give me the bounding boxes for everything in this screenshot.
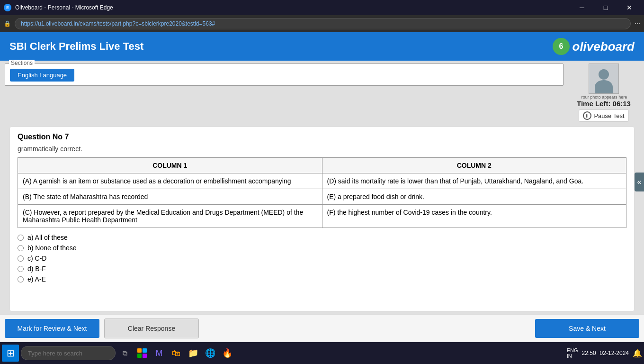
option-b: b) None of these bbox=[18, 244, 626, 252]
option-radio-a[interactable] bbox=[18, 235, 24, 241]
lock-icon: 🔒 bbox=[4, 20, 11, 27]
table-row: (A) A garnish is an item or substance us… bbox=[18, 173, 626, 189]
option-radio-c[interactable] bbox=[18, 255, 24, 262]
col1-cell-1: (B) The state of Maharashtra has recorde… bbox=[18, 189, 322, 205]
svg-rect-5 bbox=[143, 354, 147, 358]
browser-icon: E bbox=[4, 4, 11, 11]
avatar-body bbox=[595, 80, 613, 93]
settings-icon[interactable]: ⋯ bbox=[635, 20, 640, 27]
question-panel: Question No 7 grammatically correct. COL… bbox=[9, 127, 635, 311]
taskbar-search[interactable] bbox=[21, 346, 116, 360]
col1-cell-0: (A) A garnish is an item or substance us… bbox=[18, 173, 322, 189]
col2-header: COLUMN 2 bbox=[322, 158, 626, 173]
sections-box: Sections English Language bbox=[5, 64, 564, 86]
save-next-button[interactable]: Save & Next bbox=[535, 319, 639, 338]
maximize-button[interactable]: □ bbox=[595, 0, 617, 15]
timer-display: Time Left: 06:13 bbox=[577, 100, 631, 108]
language-indicator: ENGIN bbox=[567, 347, 578, 359]
pause-label: Pause Test bbox=[594, 112, 624, 119]
option-radio-b[interactable] bbox=[18, 245, 24, 251]
question-scroll: Question No 7 grammatically correct. COL… bbox=[18, 133, 626, 286]
taskbar-time: 22:50 bbox=[582, 350, 596, 356]
teams-icon[interactable]: M bbox=[152, 346, 167, 361]
bottom-bar: Mark for Review & Next Clear Response Sa… bbox=[0, 314, 644, 342]
url-bar[interactable]: https://u1.oliveboard.in/exams/tests/par… bbox=[15, 18, 631, 29]
minimize-button[interactable]: ─ bbox=[571, 0, 593, 15]
col2-cell-0: (D) said its mortality rate is lower tha… bbox=[322, 173, 626, 189]
question-number: Question No 7 bbox=[18, 133, 626, 141]
taskbar-date: 02-12-2024 bbox=[600, 350, 629, 356]
edge-icon[interactable]: 🌐 bbox=[203, 346, 218, 361]
pause-icon: ⏸ bbox=[583, 111, 591, 120]
section-english-btn[interactable]: English Language bbox=[10, 69, 74, 82]
col2-cell-1: (E) a prepared food dish or drink. bbox=[322, 189, 626, 205]
option-label-d[interactable]: d) B-F bbox=[27, 265, 46, 273]
svg-rect-2 bbox=[137, 348, 142, 353]
avatar-head bbox=[599, 69, 609, 80]
option-e: e) A-E bbox=[18, 275, 626, 283]
app-header: SBI Clerk Prelims Live Test 6 oliveboard bbox=[0, 32, 644, 61]
option-c: c) C-D bbox=[18, 255, 626, 262]
content-zone: Question No 7 grammatically correct. COL… bbox=[0, 125, 644, 311]
logo: 6 oliveboard bbox=[553, 38, 635, 55]
close-button[interactable]: ✕ bbox=[618, 0, 640, 15]
sections-label: Sections bbox=[9, 60, 35, 66]
notification-icon[interactable]: 🔔 bbox=[633, 349, 642, 358]
options-container: a) All of theseb) None of thesec) C-Dd) … bbox=[18, 234, 626, 283]
col1-header: COLUMN 1 bbox=[18, 158, 322, 173]
option-d: d) B-F bbox=[18, 265, 626, 273]
option-label-b[interactable]: b) None of these bbox=[27, 244, 77, 252]
taskview-icon[interactable]: ⧉ bbox=[117, 346, 133, 361]
logo-icon: 6 bbox=[553, 38, 570, 55]
taskbar-right: ENGIN 22:50 02-12-2024 🔔 bbox=[567, 347, 642, 359]
option-label-e[interactable]: e) A-E bbox=[27, 275, 46, 283]
table-row: (B) The state of Maharashtra has recorde… bbox=[18, 189, 626, 205]
col1-cell-2: (C) However, a report prepared by the Me… bbox=[18, 205, 322, 228]
files-icon[interactable]: 📁 bbox=[186, 346, 201, 361]
sidebar-toggle[interactable]: « bbox=[635, 173, 644, 191]
option-label-a[interactable]: a) All of these bbox=[27, 234, 68, 241]
right-info: Your photo appears here Time Left: 06:13… bbox=[568, 64, 639, 122]
pause-button[interactable]: ⏸ Pause Test bbox=[579, 109, 628, 122]
app-title: SBI Clerk Prelims Live Test bbox=[9, 40, 143, 53]
match-table: COLUMN 1 COLUMN 2 (A) A garnish is an it… bbox=[18, 157, 626, 228]
mark-review-button[interactable]: Mark for Review & Next bbox=[5, 319, 99, 338]
avatar-caption: Your photo appears here bbox=[581, 95, 627, 100]
address-bar: 🔒 https://u1.oliveboard.in/exams/tests/p… bbox=[0, 15, 644, 32]
svg-rect-4 bbox=[137, 354, 142, 358]
avatar-container: Your photo appears here bbox=[581, 64, 627, 100]
taskbar: ⊞ ⧉ M 🛍 📁 🌐 🔥 ENGIN 22:50 02-12-2024 🔔 bbox=[0, 342, 644, 364]
top-info-row: Sections English Language Your photo app… bbox=[5, 64, 639, 122]
option-label-c[interactable]: c) C-D bbox=[27, 255, 46, 262]
question-text: grammatically correct. bbox=[18, 145, 626, 153]
start-button[interactable]: ⊞ bbox=[2, 345, 19, 362]
svg-rect-3 bbox=[143, 348, 147, 353]
window-title: Oliveboard - Personal - Microsoft Edge bbox=[15, 4, 113, 11]
svg-text:6: 6 bbox=[559, 42, 563, 50]
option-radio-e[interactable] bbox=[18, 276, 24, 282]
clear-response-button[interactable]: Clear Response bbox=[104, 318, 199, 338]
col2-cell-2: (F) the highest number of Covid-19 cases… bbox=[322, 205, 626, 228]
avatar-box bbox=[589, 64, 619, 94]
table-row: (C) However, a report prepared by the Me… bbox=[18, 205, 626, 228]
option-a: a) All of these bbox=[18, 234, 626, 241]
widgets-icon[interactable] bbox=[134, 346, 150, 361]
title-bar: E Oliveboard - Personal - Microsoft Edge… bbox=[0, 0, 644, 15]
app1-icon[interactable]: 🔥 bbox=[220, 346, 235, 361]
store-icon[interactable]: 🛍 bbox=[169, 346, 184, 361]
logo-text: oliveboard bbox=[572, 39, 635, 54]
option-radio-d[interactable] bbox=[18, 266, 24, 272]
